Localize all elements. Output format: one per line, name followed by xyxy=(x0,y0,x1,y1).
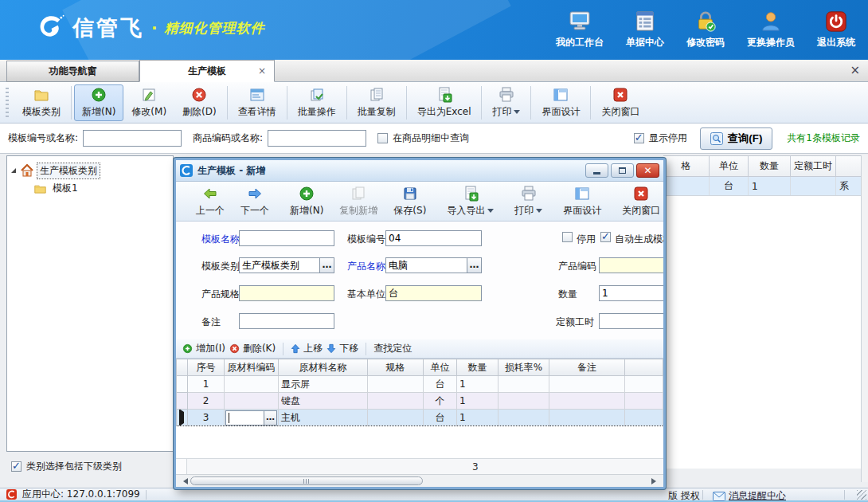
dialog-add-button[interactable]: 新增(N) xyxy=(282,183,331,220)
delete-button[interactable]: 删除(D) xyxy=(174,84,225,121)
switch-operator-button[interactable]: 更换操作员 xyxy=(747,10,795,49)
base-unit-input[interactable] xyxy=(385,285,482,301)
batch-copy-button[interactable]: 批量复制 xyxy=(350,84,404,121)
locate-button[interactable]: 查找定位 xyxy=(373,342,412,355)
dialog-close-button[interactable]: ✕ xyxy=(636,163,659,178)
dialog-ui-design-button[interactable]: 界面设计 xyxy=(555,183,609,220)
current-row-arrow-icon xyxy=(179,410,184,426)
template-name-input[interactable] xyxy=(239,230,334,246)
query-button[interactable]: 查询(F) xyxy=(700,127,773,150)
grid-col-material-name[interactable]: 原材料名称 xyxy=(279,359,368,376)
ui-design-icon xyxy=(574,186,590,202)
maximize-button[interactable] xyxy=(611,163,634,178)
tree-expander-icon[interactable] xyxy=(10,167,17,174)
my-workbench-button[interactable]: 我的工作台 xyxy=(556,10,604,49)
toolbar-separator xyxy=(590,86,591,120)
tab-function-nav[interactable]: 功能导航窗 xyxy=(6,61,139,82)
grid-col-spec[interactable]: 规格 xyxy=(368,359,424,376)
move-down-button[interactable]: 下移 xyxy=(326,342,358,355)
print-dropdown-icon[interactable] xyxy=(514,110,520,117)
close-window-button[interactable]: 关闭窗口 xyxy=(593,84,647,121)
change-password-button[interactable]: 修改密码 xyxy=(686,10,725,49)
print-button[interactable]: 打印 xyxy=(484,84,528,121)
add-button[interactable]: 新增(N) xyxy=(74,84,123,121)
grid-col-material-code[interactable]: 原材料编码 xyxy=(225,359,279,376)
grid-col-remark[interactable]: 备注 xyxy=(549,359,625,376)
grid-toolbar-separator xyxy=(366,343,366,355)
dialog-close-window-button[interactable]: 关闭窗口 xyxy=(614,183,666,220)
product-filter-input[interactable] xyxy=(268,130,366,147)
grid-col-no[interactable]: 序号 xyxy=(188,359,225,376)
scroll-left-arrow-icon[interactable] xyxy=(180,478,188,484)
material-picker-button[interactable]: … xyxy=(264,410,277,426)
document-center-label: 单据中心 xyxy=(626,36,664,49)
export-excel-button[interactable]: 导出为Excel xyxy=(409,84,479,121)
search-in-detail-checkbox[interactable] xyxy=(377,133,388,143)
tab-close-icon[interactable]: × xyxy=(258,61,266,81)
dialog-print-button[interactable]: 打印 xyxy=(506,183,550,220)
material-row-selected[interactable]: 3 … 主机 台 1 xyxy=(177,410,663,426)
scroll-right-arrow-icon[interactable] xyxy=(651,478,659,484)
show-disabled-checkbox[interactable] xyxy=(634,133,644,143)
quota-hours-input[interactable] xyxy=(599,313,666,329)
document-center-button[interactable]: 单据中心 xyxy=(626,10,664,49)
view-detail-button[interactable]: 查看详情 xyxy=(230,84,284,121)
product-name-input[interactable] xyxy=(385,257,467,273)
import-export-button[interactable]: 导入导出 xyxy=(439,183,502,220)
ui-design-button[interactable]: 界面设计 xyxy=(534,84,588,121)
bg-list-row[interactable]: 台 1 系 xyxy=(663,177,862,196)
resize-grip[interactable] xyxy=(857,490,866,500)
tab-production-template[interactable]: 生产模板 × xyxy=(139,60,275,82)
grid-col-qty[interactable]: 数量 xyxy=(457,359,499,376)
quantity-input[interactable] xyxy=(599,285,666,301)
minimize-icon xyxy=(593,172,600,175)
grid-header-row: 序号 原材料编码 原材料名称 规格 单位 数量 损耗率% 备注 xyxy=(177,359,663,376)
dialog-print-dropdown-icon[interactable] xyxy=(536,209,542,216)
save-button[interactable]: 保存(S) xyxy=(385,183,434,220)
toolbar-separator xyxy=(287,86,287,120)
stop-use-checkbox[interactable] xyxy=(562,232,573,242)
edit-button[interactable]: 修改(M) xyxy=(123,84,174,121)
template-code-input[interactable] xyxy=(385,230,482,246)
previous-record-button[interactable]: 上一个 xyxy=(188,183,233,220)
batch-operate-button[interactable]: 批量操作 xyxy=(290,84,344,121)
product-code-input[interactable] xyxy=(599,257,666,273)
category-field-input[interactable] xyxy=(239,257,320,273)
tree-root-item[interactable]: 生产模板类别 xyxy=(10,162,170,179)
template-filter-input[interactable] xyxy=(83,130,182,147)
material-row[interactable]: 1 显示屏 台 1 xyxy=(177,376,663,393)
auto-generate-checkbox[interactable] xyxy=(600,232,611,242)
grid-add-button[interactable]: 增加(I) xyxy=(182,342,225,355)
material-row[interactable]: 2 键盘 个 1 xyxy=(177,393,663,410)
move-down-label: 下移 xyxy=(339,342,358,355)
toolbar-grip[interactable] xyxy=(6,88,9,118)
scrollbar-thumb[interactable] xyxy=(190,477,423,485)
material-code-edit-cell[interactable]: … xyxy=(225,410,277,426)
product-picker-button[interactable]: … xyxy=(467,257,482,273)
tabstrip-close-icon[interactable]: × xyxy=(850,63,860,77)
grid-delete-button[interactable]: 删除(K) xyxy=(229,342,276,355)
brand-tagline: 精细化管理软件 xyxy=(165,19,265,37)
grid-col-loss[interactable]: 损耗率% xyxy=(499,359,549,376)
move-up-button[interactable]: 上移 xyxy=(291,342,323,355)
copy-add-button[interactable]: 复制新增 xyxy=(331,183,385,220)
import-export-dropdown-icon[interactable] xyxy=(487,209,494,216)
minimize-button[interactable] xyxy=(585,163,608,178)
category-picker-button[interactable]: … xyxy=(320,257,334,273)
exit-system-button[interactable]: 退出系统 xyxy=(817,10,855,49)
message-center-link[interactable]: 消息提醒中心 xyxy=(713,489,786,502)
list-vertical-scrollbar[interactable] xyxy=(861,155,868,482)
remark-input[interactable] xyxy=(239,313,334,329)
statusbar-logo-icon xyxy=(6,489,17,500)
dialog-window-buttons: ✕ xyxy=(585,163,659,178)
include-subcategory-checkbox[interactable] xyxy=(11,461,22,472)
product-spec-input[interactable] xyxy=(239,285,334,301)
next-record-button[interactable]: 下一个 xyxy=(233,183,277,220)
material-code-edit-input[interactable] xyxy=(225,410,264,426)
grid-horizontal-scrollbar[interactable] xyxy=(176,474,663,487)
tree-child-item[interactable]: 模板1 xyxy=(10,179,170,197)
dialog-titlebar[interactable]: 生产模板 - 新增 ✕ xyxy=(176,160,663,182)
template-category-button[interactable]: 模板类别 xyxy=(14,84,68,121)
grid-col-unit[interactable]: 单位 xyxy=(424,359,457,376)
text-caret xyxy=(229,413,229,423)
